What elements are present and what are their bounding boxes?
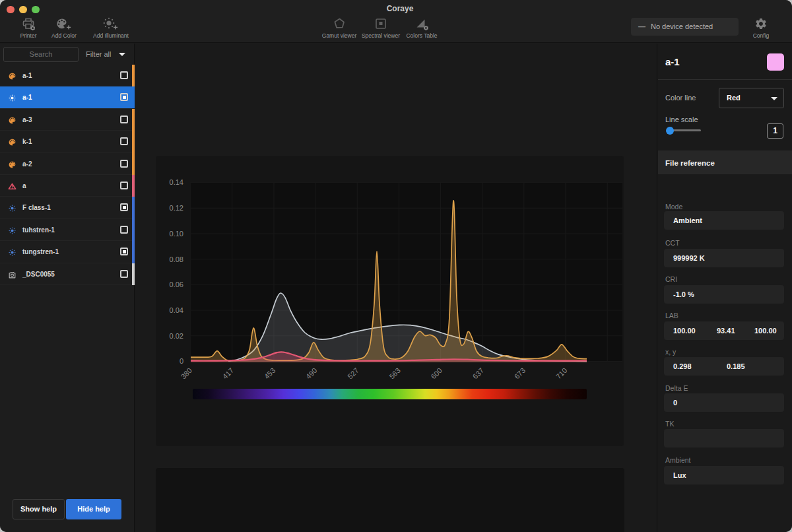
svg-text:0.12: 0.12 <box>170 204 183 212</box>
svg-text:0.08: 0.08 <box>170 255 183 263</box>
svg-text:0.14: 0.14 <box>170 178 183 186</box>
svg-text:0.02: 0.02 <box>170 332 183 340</box>
svg-text:527: 527 <box>346 366 360 380</box>
svg-text:380: 380 <box>180 366 193 380</box>
svg-text:417: 417 <box>221 366 235 380</box>
svg-text:490: 490 <box>304 366 318 380</box>
svg-text:0.04: 0.04 <box>170 306 183 314</box>
svg-text:637: 637 <box>471 366 485 380</box>
svg-text:0.10: 0.10 <box>170 230 183 238</box>
svg-text:710: 710 <box>554 366 568 380</box>
svg-text:600: 600 <box>430 366 444 380</box>
svg-text:563: 563 <box>387 366 401 380</box>
svg-text:0: 0 <box>180 357 183 365</box>
svg-text:453: 453 <box>263 366 277 380</box>
svg-text:0.06: 0.06 <box>170 281 183 288</box>
svg-text:673: 673 <box>513 366 527 380</box>
